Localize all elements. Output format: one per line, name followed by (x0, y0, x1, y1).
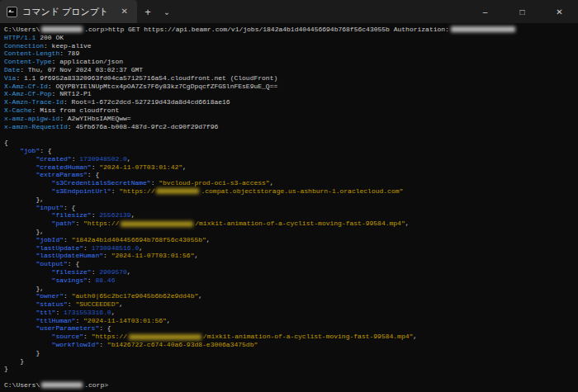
terminal-line: "output": { (4, 260, 578, 268)
close-button[interactable]: ✕ (541, 0, 578, 23)
terminal-line: "job": { (4, 147, 578, 155)
terminal-line: "status": "SUCCEEDED", (4, 300, 578, 309)
redacted-text (451, 26, 515, 32)
minimize-button[interactable]: – (467, 0, 504, 23)
terminal-line: "jobId": "1842a4b1d404456694b768f56c4305… (4, 236, 578, 244)
terminal-line: Date: Thu, 07 Nov 2024 03:02:37 GMT (4, 66, 578, 74)
terminal-line: "source": "https:///mixkit-animation-of-… (4, 333, 578, 341)
terminal-line: Content-Length: 789 (4, 50, 578, 58)
terminal-line: "extraParams": { (4, 171, 578, 179)
terminal-line: "filesize": 25562139, (4, 211, 578, 220)
redacted-text (121, 221, 193, 227)
terminal-line: x-amz-apigw-id: A2wYIHbsIAMEQww= (4, 115, 578, 123)
terminal-line: C:\Users\.corp> (4, 381, 578, 390)
terminal-line: "savings": 88.46 (4, 276, 578, 285)
title-bar: コマンド プロンプト ✕ + ⌄ – □ ✕ (0, 0, 578, 23)
terminal-line: "lastUpdate": 1730948516.0, (4, 244, 578, 253)
terminal-line: "ttl": 1731553316.0, (4, 309, 578, 317)
terminal-line: "s3EndpointUrl": "https://.compat.object… (4, 187, 578, 196)
terminal-line: "workflowId": "b1426722-c674-40a6-93d8-e… (4, 341, 578, 349)
terminal-line: X-Amz-Cf-Pop: NRT12-P1 (4, 90, 578, 98)
new-tab-button[interactable]: + (137, 0, 159, 23)
terminal-line: "owner": "auth0|65c2bc17e9045b6b62e9dd4b… (4, 292, 578, 300)
terminal-line: } (4, 357, 578, 366)
terminal-line: "created": 1730948502.0, (4, 155, 578, 163)
terminal-line: "input": { (4, 204, 578, 212)
maximize-button[interactable]: □ (504, 0, 541, 23)
terminal-line (4, 373, 578, 381)
terminal-line: "filesize": 2909570, (4, 268, 578, 276)
redacted-text (156, 188, 199, 194)
terminal-line: "s3CredentialsSecretName": "bvcloud-prod… (4, 179, 578, 187)
terminal-line: { (4, 139, 578, 147)
cmd-icon (7, 7, 17, 17)
tab-command-prompt[interactable]: コマンド プロンプト ✕ (0, 0, 137, 23)
terminal-line: X-Amzn-Trace-Id: Root=1-672c2dcd-527219d… (4, 98, 578, 106)
terminal-line: "path": "https:///mixkit-animation-of-a-… (4, 220, 578, 228)
terminal-line: "ttlHuman": "2024-11-14T03:01:56", (4, 317, 578, 325)
tab-title: コマンド プロンプト (22, 6, 114, 18)
terminal-line: } (4, 365, 578, 373)
terminal-line: "createdHuman": "2024-11-07T03:01:42", (4, 163, 578, 172)
terminal-line: HTTP/1.1 200 OK (4, 34, 578, 42)
terminal-line (4, 130, 578, 139)
terminal-line: Connection: keep-alive (4, 42, 578, 50)
terminal-line: x-amzn-RequestId: 45fb676a-b008-487d-9fc… (4, 123, 578, 131)
terminal-output[interactable]: C:\Users\.corp>http GET https://api.beam… (0, 23, 578, 392)
titlebar-drag-area (175, 0, 467, 23)
terminal-line: C:\Users\.corp>http GET https://api.beam… (4, 26, 578, 34)
chevron-down-icon[interactable]: ⌄ (159, 0, 175, 23)
terminal-line: Content-Type: application/json (4, 58, 578, 66)
terminal-line: }, (4, 228, 578, 236)
terminal-line: "lastUpdateHuman": "2024-11-07T03:01:56"… (4, 252, 578, 260)
terminal-line: "userParameters": { (4, 324, 578, 333)
terminal-line: } (4, 349, 578, 357)
redacted-text (41, 382, 83, 388)
terminal-line: X-Cache: Miss from cloudfront (4, 106, 578, 115)
redacted-text (129, 334, 201, 340)
terminal-line: Via: 1.1 9f6952a83320963fd04ca57125716a5… (4, 74, 578, 83)
tab-close-icon[interactable]: ✕ (119, 6, 130, 17)
terminal-line: }, (4, 196, 578, 204)
redacted-text (41, 26, 83, 32)
terminal-line: }, (4, 285, 578, 293)
terminal-line: X-Amz-Cf-Id: OQYPBYIElNUpMtcx4pOA7Zs7F6y… (4, 83, 578, 91)
